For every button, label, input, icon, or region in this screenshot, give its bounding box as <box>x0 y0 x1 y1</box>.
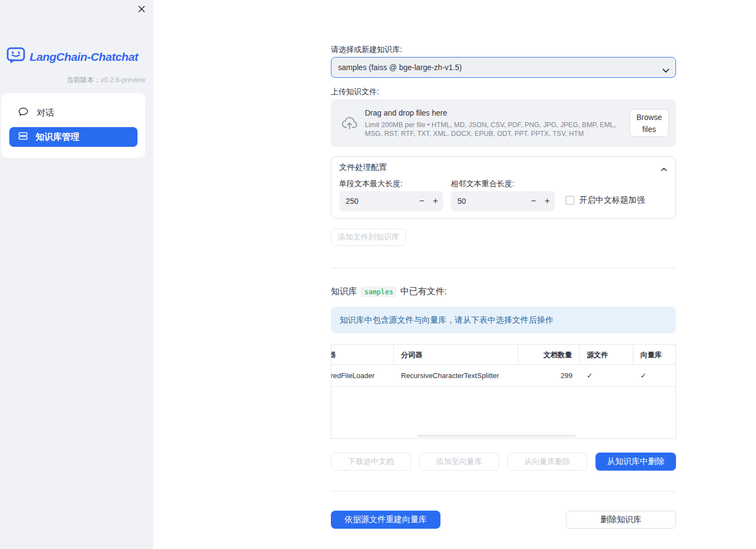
delete-from-kb-button[interactable]: 从知识库中删除 <box>595 453 676 471</box>
sidebar-item-chat[interactable]: 对话 <box>18 104 54 122</box>
add-to-vectorstore-button[interactable]: 添加至向量库 <box>419 453 499 471</box>
table-cell-splitter[interactable]: RecursiveCharacterTextSplitter <box>394 365 518 387</box>
sidebar-menu: 对话 知识库管理 <box>1 93 145 158</box>
sidebar-item-kb-label: 知识库管理 <box>36 131 79 143</box>
table-cell-vector-check[interactable]: ✓ <box>633 365 676 387</box>
minus-stepper-button[interactable]: − <box>526 191 541 211</box>
kb-files-prefix: 知识库 <box>331 286 357 298</box>
table-cell-doc-count[interactable]: 299 <box>518 365 580 387</box>
kb-files-heading: 知识库 samples 中已有文件: <box>331 286 446 298</box>
plus-stepper-button[interactable]: + <box>428 191 443 211</box>
column-header-source-file[interactable]: 源文件 <box>580 345 633 365</box>
stack-icon <box>18 131 28 143</box>
column-header-splitter[interactable]: 分词器 <box>394 345 518 365</box>
chunk-overlap-value: 50 <box>457 191 466 211</box>
file-dropzone[interactable]: Drag and drop files here Limit 200MB per… <box>331 99 676 147</box>
chunk-overlap-label: 相邻文本重合长度: <box>451 179 514 189</box>
kb-name-code: samples <box>361 287 397 297</box>
horizontal-scrollbar[interactable] <box>417 434 576 437</box>
sidebar-item-chat-label: 对话 <box>37 107 54 119</box>
sidebar: LangChain-Chatchat 当前版本：v0.2.6-preview 对… <box>0 0 153 549</box>
info-banner: 知识库中包含源文件与向量库，请从下表中选择文件后操作 <box>331 307 676 333</box>
add-files-to-kb-button[interactable]: 添加文件到知识库 <box>331 228 406 246</box>
kb-files-suffix: 中已有文件: <box>400 286 446 298</box>
app-logo: LangChain-Chatchat <box>7 47 138 66</box>
plus-stepper-button[interactable]: + <box>540 191 554 211</box>
minus-stepper-button[interactable]: − <box>415 191 429 211</box>
kb-files-table[interactable]: 文档加载器 分词器 文档数量 源文件 向量库 UnstructuredFileL… <box>331 344 676 439</box>
app-title: LangChain-Chatchat <box>30 50 138 64</box>
table-cell-source-check[interactable]: ✓ <box>580 365 633 387</box>
kb-selectbox[interactable]: samples (faiss @ bge-large-zh-v1.5) <box>331 57 676 78</box>
info-banner-text: 知识库中包含源文件与向量库，请从下表中选择文件后操作 <box>340 315 553 325</box>
kb-selectbox-value: samples (faiss @ bge-large-zh-v1.5) <box>338 63 462 72</box>
download-selected-button[interactable]: 下载选中文档 <box>331 453 411 471</box>
chunk-overlap-input[interactable]: 50 − + <box>451 191 555 211</box>
dropzone-title: Drag and drop files here <box>365 108 447 117</box>
chat-smiley-logo-icon <box>7 47 25 66</box>
cloud-upload-icon <box>340 115 359 133</box>
column-header-doc-count[interactable]: 文档数量 <box>518 345 580 365</box>
version-value: v0.2.6-preview <box>101 76 145 84</box>
chevron-up-icon[interactable] <box>661 164 667 174</box>
chat-bubble-icon <box>18 107 28 119</box>
chevron-down-icon <box>662 66 669 75</box>
chunk-size-input[interactable]: 250 − + <box>339 191 443 211</box>
table-grid: 文档加载器 分词器 文档数量 源文件 向量库 UnstructuredFileL… <box>331 345 676 387</box>
column-header-loader[interactable]: 文档加载器 <box>331 345 394 365</box>
divider <box>331 268 676 268</box>
column-header-vector-store[interactable]: 向量库 <box>633 345 676 365</box>
close-icon <box>138 5 146 15</box>
sidebar-item-kb-management[interactable]: 知识库管理 <box>9 127 138 147</box>
version-label: 当前版本： <box>66 76 101 84</box>
zh-title-enhance-label: 开启中文标题加强 <box>579 195 645 205</box>
dropzone-hint: Limit 200MB per file • HTML, MD, JSON, C… <box>365 121 627 138</box>
divider <box>331 491 676 491</box>
sidebar-close-button[interactable] <box>136 4 147 15</box>
version-line: 当前版本：v0.2.6-preview <box>66 76 145 85</box>
chunk-size-label: 单段文本最大长度: <box>339 179 403 189</box>
kb-select-label: 请选择或新建知识库: <box>331 45 402 55</box>
chunk-size-value: 250 <box>346 191 358 211</box>
upload-label: 上传知识文件: <box>331 87 379 97</box>
delete-kb-button[interactable]: 删除知识库 <box>566 511 676 529</box>
delete-from-vectorstore-button[interactable]: 从向量库删除 <box>507 453 587 471</box>
table-cell-loader[interactable]: UnstructuredFileLoader <box>331 365 394 387</box>
expander-title[interactable]: 文件处理配置 <box>339 162 387 173</box>
main-content: 请选择或新建知识库: samples (faiss @ bge-large-zh… <box>331 0 676 549</box>
zh-title-enhance-checkbox[interactable] <box>565 196 575 205</box>
file-config-expander: 文件处理配置 单段文本最大长度: 相邻文本重合长度: 250 − + 50 − … <box>331 156 676 219</box>
rebuild-vectorstore-button[interactable]: 依据源文件重建向量库 <box>331 511 440 529</box>
browse-files-button[interactable]: Browse files <box>629 109 669 137</box>
